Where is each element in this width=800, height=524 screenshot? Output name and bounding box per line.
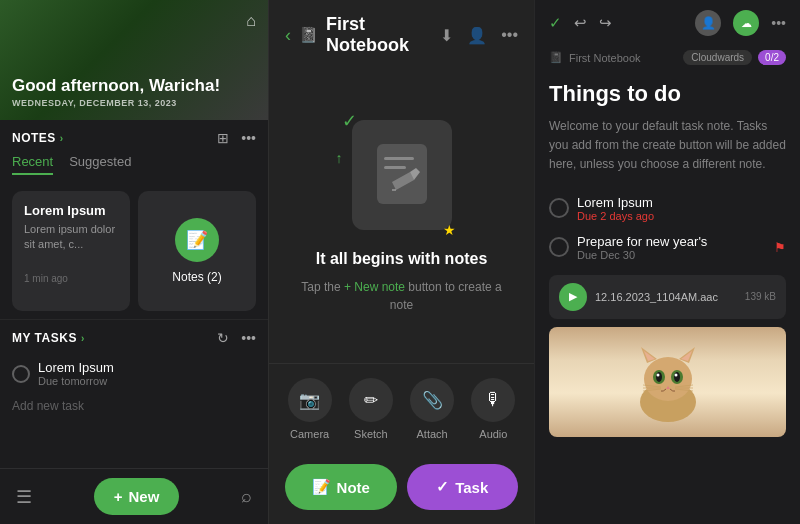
notes-header-icons: ⊞ •••: [217, 130, 256, 146]
attach-label: Attach: [417, 428, 448, 440]
tasks-title[interactable]: MY TASKS ›: [12, 331, 85, 345]
svg-point-15: [674, 373, 677, 376]
svg-point-14: [656, 373, 659, 376]
note-card-lorem[interactable]: Lorem Ipsum Lorem ipsum dolor sit amet, …: [12, 191, 130, 311]
redo-icon[interactable]: ↪: [599, 14, 612, 32]
task-title: Lorem Ipsum: [38, 360, 114, 375]
tab-suggested[interactable]: Suggested: [69, 154, 131, 175]
camera-icon: 📷: [288, 378, 332, 422]
search-icon[interactable]: ⌕: [241, 486, 252, 507]
action-bar: 📷 Camera ✏ Sketch 📎 Attach 🎙 Audio: [269, 363, 534, 454]
check-icon-p3[interactable]: ✓: [549, 14, 562, 32]
notes-title[interactable]: NOTES ›: [12, 131, 64, 145]
action-attach[interactable]: 📎 Attach: [410, 378, 454, 440]
audio-size: 139 kB: [745, 291, 776, 302]
task-content-1: Lorem Ipsum Due 2 days ago: [577, 195, 654, 222]
task-due-1: Due 2 days ago: [577, 210, 654, 222]
more-options-icon[interactable]: •••: [501, 26, 518, 45]
task-checkbox-1[interactable]: [549, 198, 569, 218]
cat-image: [549, 327, 786, 437]
task-btn-icon: ✓: [436, 478, 449, 496]
user-icon-p3[interactable]: 👤: [695, 10, 721, 36]
audio-file-row[interactable]: ▶ 12.16.2023_1104AM.aac 139 kB: [549, 275, 786, 319]
panel3-right-icons: 👤 ☁ •••: [695, 10, 786, 36]
panel-left: ⌂ Good afternoon, Waricha! WEDNESDAY, DE…: [0, 0, 268, 524]
breadcrumb: 📓 First Notebook Cloudwards 0/2: [535, 46, 800, 71]
empty-icon-wrapper: ✓ ↑ ★: [352, 120, 452, 230]
download-icon[interactable]: ⬇: [440, 26, 453, 45]
camera-label: Camera: [290, 428, 329, 440]
task-refresh-icon[interactable]: ↻: [217, 330, 229, 346]
tab-recent[interactable]: Recent: [12, 154, 53, 175]
arrow-mark-icon: ↑: [336, 150, 343, 166]
task-checkbox-lorem[interactable]: [12, 365, 30, 383]
notes-tabs: Recent Suggested: [12, 154, 256, 175]
task-button[interactable]: ✓ Task: [407, 464, 519, 510]
plus-icon: +: [114, 488, 123, 505]
breadcrumb-notebook-icon: 📓: [549, 51, 563, 64]
audio-filename: 12.16.2023_1104AM.aac: [595, 291, 737, 303]
task-due-2: Due Dec 30: [577, 249, 766, 261]
panel-right: ✓ ↩ ↪ 👤 ☁ ••• 📓 First Notebook Cloudward…: [534, 0, 800, 524]
attach-icon: 📎: [410, 378, 454, 422]
svg-rect-1: [384, 157, 414, 160]
edit-icon[interactable]: ⊞: [217, 130, 229, 146]
more-icon-p3[interactable]: •••: [771, 15, 786, 31]
new-button[interactable]: + New: [94, 478, 180, 515]
task-due: Due tomorrow: [38, 375, 114, 387]
task-content-2: Prepare for new year's Due Dec 30: [577, 234, 766, 261]
cloudwards-badge: Cloudwards: [683, 50, 752, 65]
audio-play-button[interactable]: ▶: [559, 283, 587, 311]
note-description: Welcome to your default task note. Tasks…: [549, 117, 786, 175]
note-card-title: Lorem Ipsum: [24, 203, 118, 218]
undo-icon[interactable]: ↩: [574, 14, 587, 32]
task-item-lorem[interactable]: Lorem Ipsum Due tomorrow: [12, 354, 256, 393]
tasks-section-header: MY TASKS › ↻ •••: [12, 330, 256, 346]
action-sketch[interactable]: ✏ Sketch: [349, 378, 393, 440]
panel2-header: ‹ 📓 First Notebook ⬇ 👤 •••: [269, 0, 534, 70]
home-icon[interactable]: ⌂: [246, 12, 256, 30]
add-task-item[interactable]: Add new task: [12, 393, 256, 419]
panel2-notebook-title: First Notebook: [326, 14, 432, 56]
task-checkbox-2[interactable]: [549, 237, 569, 257]
cat-svg: [623, 337, 713, 427]
notes-section-header: NOTES › ⊞ •••: [12, 130, 256, 146]
notes-arrow-icon: ›: [60, 133, 64, 144]
task-name-1: Lorem Ipsum: [577, 195, 654, 210]
task-content: Lorem Ipsum Due tomorrow: [38, 360, 114, 387]
panel3-content: Things to do Welcome to your default tas…: [535, 71, 800, 524]
menu-icon[interactable]: ☰: [16, 486, 32, 508]
tasks-section: MY TASKS › ↻ ••• Lorem Ipsum Due tomorro…: [0, 319, 268, 425]
breadcrumb-text: First Notebook: [569, 52, 641, 64]
empty-title: It all begins with notes: [316, 250, 488, 268]
notes-cards-container: Lorem Ipsum Lorem ipsum dolor sit amet, …: [0, 191, 268, 311]
task-item-2[interactable]: Prepare for new year's Due Dec 30 ⚑: [549, 228, 786, 267]
cloud-icon-p3[interactable]: ☁: [733, 10, 759, 36]
sketch-label: Sketch: [354, 428, 388, 440]
note-card-notes[interactable]: 📝 Notes (2): [138, 191, 256, 311]
progress-badge: 0/2: [758, 50, 786, 65]
user-icon[interactable]: 👤: [467, 26, 487, 45]
task-item-1[interactable]: Lorem Ipsum Due 2 days ago: [549, 189, 786, 228]
back-button[interactable]: ‹: [285, 25, 291, 46]
action-camera[interactable]: 📷 Camera: [288, 378, 332, 440]
flag-icon: ⚑: [774, 240, 786, 255]
action-audio[interactable]: 🎙 Audio: [471, 378, 515, 440]
tasks-arrow-icon: ›: [81, 333, 85, 344]
empty-subtitle: Tap the + New note button to create a no…: [289, 278, 514, 314]
svg-point-12: [656, 372, 662, 382]
sketch-icon: ✏: [349, 378, 393, 422]
notebook-icon-p2: 📓: [299, 26, 318, 44]
notes-icon-circle: 📝: [175, 218, 219, 262]
task-more-icon[interactable]: •••: [241, 330, 256, 346]
note-button[interactable]: 📝 Note: [285, 464, 397, 510]
more-icon[interactable]: •••: [241, 130, 256, 146]
svg-point-5: [644, 357, 692, 401]
greeting-text: Good afternoon, Waricha!: [12, 76, 256, 96]
add-task-label: Add new task: [12, 399, 84, 413]
note-card-text: Lorem ipsum dolor sit amet, c...: [24, 222, 118, 253]
panel-middle: ‹ 📓 First Notebook ⬇ 👤 ••• ✓ ↑ ★: [268, 0, 534, 524]
notebook-mini-icon: 📝: [186, 229, 208, 251]
empty-state: ✓ ↑ ★ It all begins with notes Tap the +…: [269, 70, 534, 363]
svg-rect-0: [377, 144, 427, 204]
